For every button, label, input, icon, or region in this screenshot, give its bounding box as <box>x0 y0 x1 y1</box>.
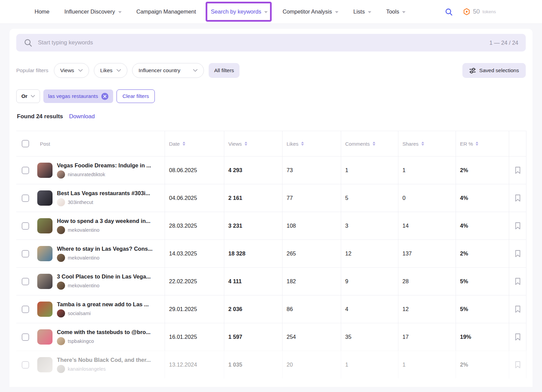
sort-icon[interactable] <box>421 142 424 146</box>
nav-items: HomeInfluencer DiscoveryCampaign Managem… <box>35 8 405 15</box>
post-cell: 3 Cool Places to Dine in Las Vega...meko… <box>16 268 165 295</box>
sort-icon[interactable] <box>245 142 247 146</box>
table-row[interactable]: Tamba is a great new add to Las ...socia… <box>16 295 526 323</box>
column-header-views[interactable]: Views <box>224 131 282 156</box>
post-author[interactable]: mekovalentino <box>57 226 150 234</box>
filter-influencer-country-dropdown[interactable]: Influencer country <box>132 63 204 78</box>
post-title[interactable]: Best Las Vegas restaurants #303i... <box>57 190 150 197</box>
post-title[interactable]: Vegas Foodie Dreams: Indulge in ... <box>57 162 151 169</box>
row-checkbox[interactable] <box>22 333 29 341</box>
post-title[interactable]: How to spend a 3 day weekend in... <box>57 218 150 224</box>
views-cell: 2 036 <box>224 295 282 323</box>
row-checkbox[interactable] <box>22 278 29 285</box>
nav-item-competitor-analysis[interactable]: Competitor Analysis <box>283 8 338 15</box>
likes-cell-value: 265 <box>287 250 296 257</box>
likes-cell: 254 <box>282 323 341 351</box>
sort-icon[interactable] <box>476 142 478 146</box>
results-range: 1 — 24 / 24 <box>489 40 518 46</box>
post-author[interactable]: socialsami <box>57 309 149 317</box>
filter-views-dropdown[interactable]: Views <box>54 63 89 78</box>
views-cell-value: 18 328 <box>228 250 245 257</box>
row-checkbox[interactable] <box>22 250 29 257</box>
post-author[interactable]: mekovalentino <box>57 282 151 290</box>
keyword-chip[interactable]: las vegas restaurants <box>43 89 113 103</box>
username: ninaunratedtiktok <box>68 172 105 177</box>
date-cell: 22.02.2025 <box>165 268 224 295</box>
post-title[interactable]: There’s Nobu Black Cod, and ther... <box>57 357 151 363</box>
table-row[interactable]: Best Las Vegas restaurants #303i...303in… <box>16 184 526 212</box>
bookmark-icon[interactable] <box>514 193 522 203</box>
table-row[interactable]: 3 Cool Places to Dine in Las Vega...meko… <box>16 267 526 295</box>
nav-item-campaign-management[interactable]: Campaign Management <box>137 8 196 15</box>
post-author[interactable]: mekovalentino <box>57 254 152 262</box>
nav-item-label: Search by keywords <box>211 8 262 15</box>
filter-likes-dropdown[interactable]: Likes <box>94 63 127 78</box>
column-header-date[interactable]: Date <box>165 131 224 156</box>
nav-item-home[interactable]: Home <box>35 8 49 15</box>
post-author[interactable]: 303inthecut <box>57 198 150 206</box>
date-cell: 13.12.2024 <box>165 351 224 378</box>
nav-item-tools[interactable]: Tools <box>386 8 406 15</box>
search-icon[interactable] <box>445 8 453 16</box>
post-title[interactable]: Tamba is a great new add to Las ... <box>57 301 149 308</box>
table-row[interactable]: Where to stay in Las Vegas? Cons...mekov… <box>16 240 526 267</box>
table-row[interactable]: Vegas Foodie Dreams: Indulge in ...ninau… <box>16 156 526 184</box>
nav-item-search-by-keywords[interactable]: Search by keywords <box>211 8 268 15</box>
sort-icon[interactable] <box>373 142 375 146</box>
row-checkbox[interactable] <box>22 222 29 230</box>
post-thumbnail[interactable] <box>37 329 53 345</box>
clear-filters-button[interactable]: Clear filters <box>117 89 154 103</box>
table-header-row: PostDateViewsLikesCommentsSharesER % <box>16 131 526 156</box>
post-author[interactable]: tspbakingco <box>57 337 150 345</box>
sort-icon[interactable] <box>301 142 304 146</box>
post-thumbnail[interactable] <box>37 246 53 261</box>
post-thumbnail[interactable] <box>37 190 53 206</box>
table-row[interactable]: How to spend a 3 day weekend in...mekova… <box>16 212 526 240</box>
select-all-checkbox[interactable] <box>22 140 29 147</box>
saved-selections-button[interactable]: Saved selections <box>462 63 526 78</box>
row-checkbox[interactable] <box>22 306 29 313</box>
column-header-er[interactable]: ER % <box>456 131 509 156</box>
download-link[interactable]: Download <box>69 113 95 120</box>
row-checkbox[interactable] <box>22 167 29 174</box>
column-header-comments[interactable]: Comments <box>341 131 398 156</box>
post-thumbnail[interactable] <box>37 357 53 372</box>
tokens-balance[interactable]: 50 tokens <box>463 8 496 15</box>
bookmark-icon[interactable] <box>514 165 522 175</box>
post-thumbnail[interactable] <box>37 163 53 178</box>
row-checkbox[interactable] <box>22 361 29 369</box>
bookmark-icon[interactable] <box>514 276 522 286</box>
post-title[interactable]: 3 Cool Places to Dine in Las Vega... <box>57 273 151 280</box>
bookmark-icon[interactable] <box>514 221 522 231</box>
likes-cell: 77 <box>282 184 341 212</box>
post-thumbnail[interactable] <box>37 302 53 317</box>
post-cell: Best Las Vegas restaurants #303i...303in… <box>16 184 165 212</box>
remove-keyword-icon[interactable] <box>101 93 108 100</box>
post-title[interactable]: Come with the tastebuds to @bro... <box>57 329 150 335</box>
comments-cell-value: 3 <box>345 223 348 229</box>
keyword-search-input[interactable] <box>38 39 484 46</box>
table-row[interactable]: Come with the tastebuds to @bro...tspbak… <box>16 323 526 351</box>
post-author[interactable]: kanainlosangeles <box>57 365 151 373</box>
table-row[interactable]: There’s Nobu Black Cod, and ther...kanai… <box>16 351 526 378</box>
bookmark-icon[interactable] <box>514 249 522 259</box>
saved-selections-label: Saved selections <box>479 67 519 74</box>
tokens-icon <box>463 8 470 15</box>
likes-cell-value: 182 <box>287 278 296 285</box>
column-header-shares[interactable]: Shares <box>398 131 456 156</box>
post-thumbnail[interactable] <box>37 274 53 289</box>
bookmark-icon[interactable] <box>514 360 522 370</box>
post-author[interactable]: ninaunratedtiktok <box>57 170 151 179</box>
sort-icon[interactable] <box>183 142 185 146</box>
operator-dropdown[interactable]: Or <box>16 89 40 103</box>
nav-item-influencer-discovery[interactable]: Influencer Discovery <box>64 8 121 15</box>
nav-item-lists[interactable]: Lists <box>353 8 371 15</box>
all-filters-button[interactable]: All filters <box>209 63 239 78</box>
column-header-likes[interactable]: Likes <box>282 131 341 156</box>
bookmark-icon[interactable] <box>514 332 522 342</box>
post-thumbnail[interactable] <box>37 218 53 233</box>
post-title[interactable]: Where to stay in Las Vegas? Cons... <box>57 246 152 252</box>
bookmark-icon[interactable] <box>514 304 522 314</box>
shares-cell: 137 <box>398 240 456 267</box>
row-checkbox[interactable] <box>22 194 29 202</box>
